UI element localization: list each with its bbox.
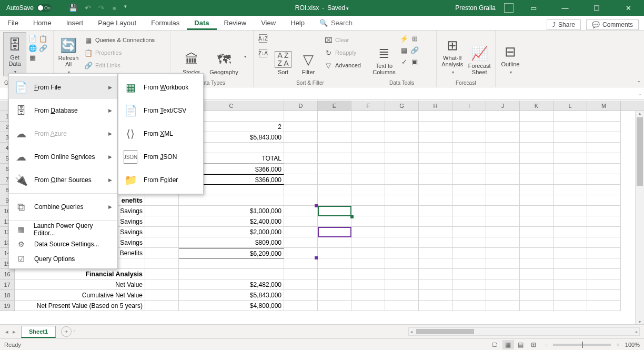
cell[interactable]: [520, 279, 554, 290]
cell[interactable]: [554, 164, 587, 174]
cell[interactable]: [145, 248, 179, 258]
cell[interactable]: [318, 279, 351, 290]
cell[interactable]: [419, 258, 452, 269]
cell[interactable]: [318, 174, 351, 185]
username[interactable]: Preston Gralla: [455, 4, 496, 12]
cell[interactable]: [318, 301, 351, 311]
cell[interactable]: [419, 122, 452, 132]
maximize-icon[interactable]: ☐: [585, 0, 608, 16]
data-types-more[interactable]: [243, 53, 246, 59]
cell[interactable]: $4,800,000: [179, 301, 284, 311]
cell[interactable]: [520, 153, 554, 164]
cell[interactable]: [486, 206, 520, 216]
tab-split[interactable]: ⋮: [72, 329, 77, 335]
submenu-folder[interactable]: 📁From Folder: [118, 168, 203, 192]
get-data-button[interactable]: 🗄 Get Data: [3, 32, 26, 76]
cell[interactable]: [452, 206, 486, 216]
cell[interactable]: [520, 216, 554, 227]
forecast-sheet-button[interactable]: 📈Forecast Sheet: [467, 32, 492, 76]
cell[interactable]: [486, 237, 520, 248]
cell[interactable]: [385, 248, 419, 258]
data-model-icon[interactable]: ▣: [410, 57, 419, 66]
cell[interactable]: [520, 195, 554, 206]
comments-button[interactable]: 💬Comments: [586, 19, 639, 30]
col-header[interactable]: D: [284, 101, 318, 111]
cell[interactable]: [284, 153, 318, 164]
recent-sources-icon[interactable]: 📋: [39, 34, 47, 43]
cell[interactable]: [419, 248, 452, 258]
cell[interactable]: [351, 269, 385, 279]
cell[interactable]: [452, 290, 486, 301]
cell[interactable]: [587, 164, 621, 174]
tab-review[interactable]: Review: [217, 17, 254, 30]
cell[interactable]: [351, 164, 385, 174]
touch-icon[interactable]: ●: [112, 4, 116, 12]
cell[interactable]: $6,209,000: [179, 248, 284, 258]
cell[interactable]: [486, 195, 520, 206]
cell[interactable]: [145, 195, 179, 206]
cell[interactable]: [520, 248, 554, 258]
tab-file[interactable]: File: [0, 17, 26, 30]
cell[interactable]: [419, 206, 452, 216]
tab-help[interactable]: Help: [283, 17, 312, 30]
cell[interactable]: [554, 227, 587, 237]
from-table-icon[interactable]: ▦: [28, 53, 37, 62]
cell[interactable]: [452, 185, 486, 195]
display-settings-icon[interactable]: 🖵: [491, 342, 497, 348]
queries-connections-button[interactable]: ▦Queries & Connections: [82, 34, 157, 46]
cell[interactable]: [486, 111, 520, 122]
cell[interactable]: [520, 269, 554, 279]
existing-conn-icon[interactable]: 🔗: [39, 44, 47, 52]
cell[interactable]: [419, 143, 452, 153]
zoom-level[interactable]: 100%: [625, 342, 640, 348]
cell[interactable]: [145, 290, 179, 301]
cell[interactable]: [179, 258, 284, 269]
cell[interactable]: [452, 216, 486, 227]
grid-row[interactable]: 19Net Present Value (Based on 5 years)$4…: [0, 301, 644, 311]
col-header[interactable]: I: [452, 101, 486, 111]
cell[interactable]: [385, 269, 419, 279]
add-sheet-button[interactable]: +: [61, 326, 72, 337]
share-button[interactable]: ⤴Share: [547, 19, 581, 30]
save-icon[interactable]: 💾: [68, 4, 77, 12]
cell[interactable]: [419, 174, 452, 185]
cell[interactable]: [351, 185, 385, 195]
cell[interactable]: [351, 143, 385, 153]
menu-query-options[interactable]: ☑Query Options: [9, 252, 117, 266]
cell[interactable]: [318, 164, 351, 174]
cell[interactable]: [452, 248, 486, 258]
cell[interactable]: [587, 290, 621, 301]
stocks-button[interactable]: 🏛Stocks: [178, 32, 205, 76]
cell[interactable]: [318, 111, 351, 122]
cell[interactable]: [554, 132, 587, 143]
cell[interactable]: [145, 237, 179, 248]
cell[interactable]: [284, 216, 318, 227]
cell[interactable]: [318, 132, 351, 143]
cell[interactable]: [318, 206, 351, 216]
normal-view-icon[interactable]: ▦: [502, 340, 514, 349]
advanced-button[interactable]: ▽Advanced: [322, 59, 363, 71]
cell[interactable]: [520, 237, 554, 248]
cell[interactable]: Net Present Value (Based on 5 years): [15, 301, 145, 311]
cell[interactable]: [452, 237, 486, 248]
cell[interactable]: [419, 269, 452, 279]
cell[interactable]: [385, 185, 419, 195]
cell[interactable]: [145, 301, 179, 311]
cell[interactable]: [486, 290, 520, 301]
cell[interactable]: [587, 195, 621, 206]
cell[interactable]: [486, 301, 520, 311]
col-header[interactable]: J: [486, 101, 520, 111]
cell[interactable]: [351, 290, 385, 301]
cell[interactable]: [452, 143, 486, 153]
relationships-icon[interactable]: 🔗: [410, 46, 419, 54]
cell[interactable]: [520, 143, 554, 153]
cell[interactable]: $2,000,000: [179, 227, 284, 237]
page-break-icon[interactable]: ⊞: [528, 340, 539, 349]
zoom-slider[interactable]: [553, 344, 611, 346]
zoom-in[interactable]: +: [616, 342, 619, 348]
cell[interactable]: [554, 153, 587, 164]
cell[interactable]: [486, 216, 520, 227]
cell[interactable]: [385, 153, 419, 164]
cell[interactable]: [452, 174, 486, 185]
cell[interactable]: [554, 195, 587, 206]
